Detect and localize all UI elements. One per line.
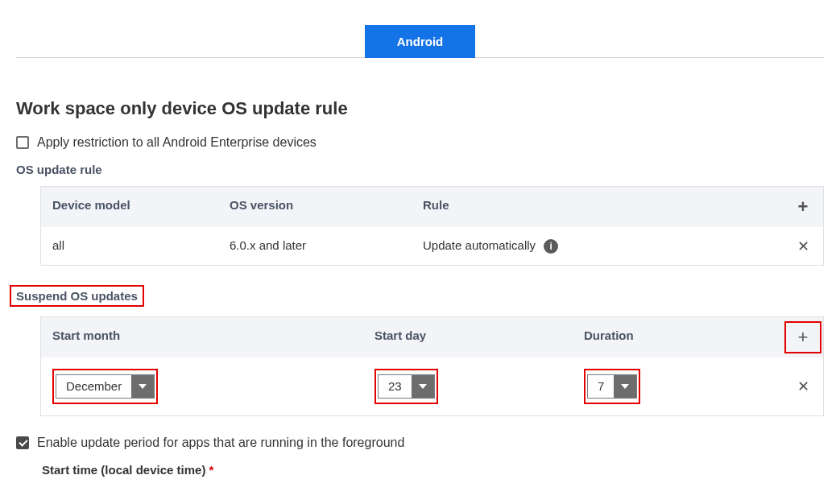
cell-os-version: 6.0.x and later [218, 227, 412, 265]
start-day-dropdown[interactable]: 23 [378, 374, 435, 399]
add-suspend-button-highlight: + [784, 321, 821, 353]
duration-highlight: 7 [584, 369, 640, 404]
apply-restriction-label: Apply restriction to all Android Enterpr… [37, 135, 317, 150]
col-header-duration: Duration [573, 317, 783, 357]
col-header-os-version: OS version [218, 187, 412, 227]
enable-update-period-label: Enable update period for apps that are r… [37, 436, 404, 450]
suspend-heading-highlight: Suspend OS updates [10, 285, 144, 307]
apply-restriction-checkbox[interactable] [16, 136, 29, 149]
start-time-label: Start time (local device time) [42, 463, 205, 477]
start-time-label-row: Start time (local device time) * [42, 463, 824, 477]
remove-suspend-button[interactable]: ✕ [783, 357, 823, 415]
duration-value: 7 [588, 375, 614, 398]
tab-android[interactable]: Android [365, 25, 476, 58]
suspend-os-updates-heading: Suspend OS updates [16, 289, 138, 303]
chevron-down-icon [131, 375, 154, 398]
chevron-down-icon [412, 375, 434, 398]
table-row: December 23 [41, 357, 823, 415]
suspend-table: Start month Start day Duration + Decembe… [40, 316, 824, 416]
remove-rule-button[interactable]: ✕ [783, 227, 823, 265]
start-day-value: 23 [379, 375, 412, 398]
col-header-rule: Rule [412, 187, 783, 227]
os-update-rule-table: Device model OS version Rule + all 6.0.x… [40, 186, 824, 266]
table-row: all 6.0.x and later Update automatically… [41, 227, 823, 265]
cell-rule: Update automatically i [412, 227, 783, 265]
apply-restriction-row: Apply restriction to all Android Enterpr… [16, 135, 824, 150]
close-icon: ✕ [797, 239, 809, 254]
cell-rule-text: Update automatically [423, 238, 536, 252]
add-rule-button[interactable]: + [783, 187, 823, 227]
col-header-start-month: Start month [41, 317, 363, 357]
add-suspend-button[interactable]: + [798, 328, 809, 346]
info-icon[interactable]: i [544, 239, 558, 254]
col-header-device-model: Device model [41, 187, 218, 227]
table-header-row: Device model OS version Rule + [41, 187, 823, 227]
plus-icon: + [798, 198, 809, 216]
col-header-start-day: Start day [363, 317, 573, 357]
start-month-highlight: December [52, 369, 158, 404]
chevron-down-icon [614, 375, 636, 398]
os-update-rule-heading: OS update rule [16, 163, 824, 176]
cell-device-model: all [41, 227, 218, 265]
required-marker: * [209, 463, 214, 477]
enable-update-period-row: Enable update period for apps that are r… [16, 436, 824, 450]
tab-bar: Android [16, 24, 824, 58]
enable-update-period-checkbox[interactable] [16, 436, 29, 449]
table-header-row: Start month Start day Duration + [41, 317, 823, 357]
start-day-highlight: 23 [374, 369, 438, 404]
section-title: Work space only device OS update rule [16, 98, 824, 119]
start-month-value: December [56, 375, 131, 398]
duration-dropdown[interactable]: 7 [587, 374, 637, 399]
close-icon: ✕ [797, 379, 809, 394]
start-month-dropdown[interactable]: December [56, 374, 155, 399]
